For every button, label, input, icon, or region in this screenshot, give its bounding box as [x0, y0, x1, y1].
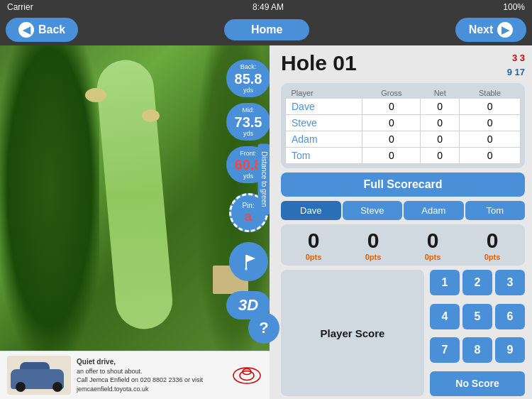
stable-cell: 0 — [460, 99, 521, 115]
col-stable: Stable — [460, 87, 521, 99]
net-cell: 0 — [421, 131, 460, 148]
help-icon: ? — [259, 319, 268, 337]
bunker-2 — [142, 109, 160, 122]
player-tab-steve[interactable]: Steve — [343, 201, 403, 220]
ad-bar: Quiet drive, an offer to shout about. Ca… — [0, 351, 270, 399]
score-pts-0: 0pts — [306, 253, 322, 261]
num-btn-3[interactable]: 3 — [495, 270, 525, 295]
gross-cell: 0 — [362, 99, 421, 115]
bunker-1 — [85, 88, 106, 102]
hole-stat-red: 3 3 — [512, 51, 525, 65]
score-item-0: 00pts — [306, 229, 322, 261]
table-row: Adam 0 0 0 — [286, 131, 521, 148]
hole-header: Hole 01 3 3 9 17 — [281, 51, 525, 79]
player-tab-adam[interactable]: Adam — [404, 201, 464, 220]
gross-cell: 0 — [362, 148, 421, 164]
player-tabs: DaveSteveAdamTom — [281, 201, 525, 220]
map-section: Back: 85.8 yds Mid: 73.5 yds Front: 60.8… — [0, 45, 270, 351]
next-button[interactable]: Next ▶ — [455, 18, 526, 42]
numpad: 123456789No Score — [430, 270, 525, 396]
score-value-2: 0 — [427, 229, 439, 253]
ad-subline: an offer to shout about. — [77, 368, 142, 375]
col-gross: Gross — [362, 87, 421, 99]
toyota-icon — [233, 365, 261, 386]
svg-rect-0 — [245, 255, 247, 269]
score-value-1: 0 — [367, 229, 379, 253]
score-item-1: 00pts — [365, 229, 382, 261]
full-scorecard-button[interactable]: Full Scorecard — [281, 173, 525, 197]
nav-bar: ◀ Back Home Next ▶ — [0, 14, 532, 45]
home-button[interactable]: Home — [224, 19, 309, 40]
flag-button[interactable] — [229, 242, 268, 281]
pin-value: a — [245, 209, 252, 224]
gross-cell: 0 — [362, 115, 421, 131]
back-label: Back — [38, 23, 65, 36]
svg-point-4 — [240, 371, 254, 380]
mid-distance-unit: yds — [229, 130, 267, 137]
hole-title: Hole 01 — [281, 51, 357, 75]
net-cell: 0 — [421, 115, 460, 131]
main-content: Back: 85.8 yds Mid: 73.5 yds Front: 60.8… — [0, 45, 532, 399]
trees-left — [0, 45, 99, 351]
distance-to-green-label: Distance to green — [258, 144, 270, 215]
carrier-label: Carrier — [7, 2, 33, 12]
score-item-2: 00pts — [425, 229, 441, 261]
net-cell: 0 — [421, 148, 460, 164]
stable-cell: 0 — [460, 131, 521, 148]
num-btn-8[interactable]: 8 — [462, 337, 492, 363]
help-button[interactable]: ? — [248, 312, 279, 344]
num-btn-1[interactable]: 1 — [430, 270, 460, 295]
net-cell: 0 — [421, 99, 460, 115]
num-btn-4[interactable]: 4 — [430, 304, 460, 329]
back-distance-value: 85.8 — [229, 71, 267, 87]
stable-cell: 0 — [460, 115, 521, 131]
car-wheel-rear — [52, 382, 62, 392]
table-row: Dave 0 0 0 — [286, 99, 521, 115]
ad-text: Quiet drive, an offer to shout about. Ca… — [77, 357, 225, 394]
col-net: Net — [421, 87, 460, 99]
right-panel: Hole 01 3 3 9 17 Player Gross Net Stable — [270, 45, 532, 399]
score-value-0: 0 — [308, 229, 320, 253]
time-label: 8:49 AM — [253, 2, 284, 12]
player-score-label: Player Score — [281, 270, 424, 396]
num-btn-7[interactable]: 7 — [430, 337, 460, 363]
table-row: Steve 0 0 0 — [286, 115, 521, 131]
table-header-row: Player Gross Net Stable — [286, 87, 521, 99]
gross-cell: 0 — [362, 131, 421, 148]
score-pts-3: 0pts — [484, 253, 501, 261]
stable-cell: 0 — [460, 148, 521, 164]
score-table: Player Gross Net Stable Dave 0 0 0 Steve… — [285, 87, 521, 164]
no-score-button[interactable]: No Score — [430, 371, 525, 397]
score-item-3: 00pts — [484, 229, 501, 261]
num-btn-2[interactable]: 2 — [462, 270, 492, 295]
fairway — [95, 58, 175, 332]
home-label: Home — [251, 23, 282, 36]
back-distance-unit: yds — [229, 87, 267, 94]
back-distance-badge: Back: 85.8 yds — [226, 60, 270, 97]
back-button[interactable]: ◀ Back — [6, 18, 78, 42]
back-distance-label: Back: — [229, 63, 267, 71]
player-tab-tom[interactable]: Tom — [465, 201, 526, 220]
num-btn-5[interactable]: 5 — [462, 304, 492, 329]
player-name-cell: Adam — [286, 131, 362, 148]
player-tab-dave[interactable]: Dave — [281, 201, 341, 220]
ad-detail: Call Jemca Enfield on 020 8802 2336 or v… — [77, 376, 203, 393]
numpad-area: Player Score 123456789No Score — [281, 270, 525, 396]
flag-icon — [238, 252, 258, 272]
three-d-label: 3D — [238, 296, 258, 315]
table-row: Tom 0 0 0 — [286, 148, 521, 164]
mid-distance-value: 73.5 — [229, 114, 267, 130]
next-arrow-icon: ▶ — [497, 22, 513, 38]
score-table-wrap: Player Gross Net Stable Dave 0 0 0 Steve… — [281, 83, 525, 168]
car-wheel-front — [16, 382, 26, 392]
mid-distance-badge: Mid: 73.5 yds — [226, 103, 270, 141]
num-btn-9[interactable]: 9 — [495, 337, 525, 363]
battery-label: 100% — [503, 2, 525, 12]
score-display-row: 00pts00pts00pts00pts — [281, 224, 525, 266]
toyota-logo — [231, 363, 262, 388]
next-label: Next — [469, 23, 494, 36]
player-name-cell: Dave — [286, 99, 362, 115]
score-pts-2: 0pts — [425, 253, 441, 261]
svg-point-3 — [233, 368, 260, 383]
num-btn-6[interactable]: 6 — [495, 304, 525, 329]
